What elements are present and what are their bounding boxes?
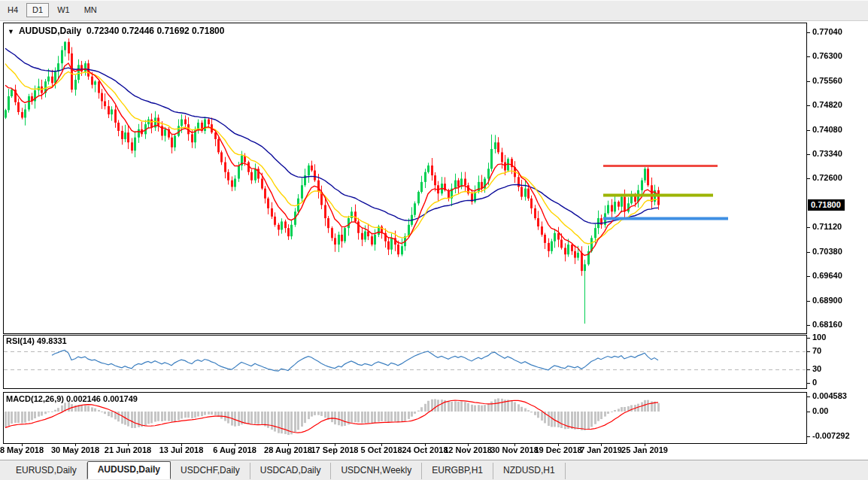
symbol-tab-usdchf[interactable]: USDCHF,Daily — [171, 463, 250, 479]
symbol-tab-bar: EURUSD,DailyAUDUSD,DailyUSDCHF,DailyUSDC… — [0, 460, 868, 480]
timeframe-toolbar: H4D1W1MN — [0, 0, 868, 21]
trading-terminal-window: H4D1W1MN ▼AUDUSD,Daily 0.72340 0.72446 0… — [0, 0, 868, 480]
timeframe-button-w1[interactable]: W1 — [51, 3, 76, 17]
symbol-tab-usdcad[interactable]: USDCAD,Daily — [250, 463, 332, 479]
candlestick-chart-canvas[interactable] — [0, 0, 868, 460]
timeframe-button-mn[interactable]: MN — [78, 3, 103, 17]
timeframe-button-d1[interactable]: D1 — [26, 3, 49, 17]
symbol-tab-audusd[interactable]: AUDUSD,Daily — [87, 461, 171, 479]
symbol-tab-usdcnh[interactable]: USDCNH,Weekly — [331, 463, 422, 479]
symbol-tab-nzdusd[interactable]: NZDUSD,H1 — [493, 463, 566, 479]
symbol-tab-eurgbp[interactable]: EURGBP,H1 — [422, 463, 493, 479]
symbol-tab-eurusd[interactable]: EURUSD,Daily — [6, 463, 87, 479]
timeframe-button-h4[interactable]: H4 — [2, 3, 24, 17]
